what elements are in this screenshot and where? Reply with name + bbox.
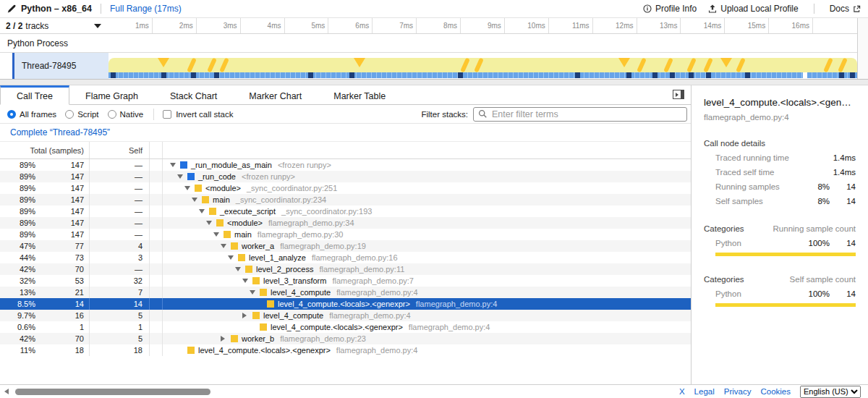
expand-arrow-open-icon[interactable]	[177, 174, 187, 179]
app-header: Python – x86_64 Full Range (17ms) Profil…	[0, 0, 868, 18]
cell-total-percent: 89%	[0, 182, 39, 194]
expand-arrow-open-icon[interactable]	[213, 232, 224, 237]
full-range-link[interactable]: Full Range (17ms)	[110, 4, 182, 14]
function-name: level_1_analyze	[249, 253, 306, 262]
footer-link-legal[interactable]: Legal	[694, 387, 715, 396]
expand-arrow-open-icon[interactable]	[199, 209, 209, 213]
yellow-category-square-icon	[252, 312, 260, 319]
radio-all-frames[interactable]: All frames	[7, 110, 56, 119]
cell-spacer	[150, 206, 163, 217]
expand-arrow-open-icon[interactable]	[250, 290, 260, 295]
table-row[interactable]: 44%733level_1_analyzeflamegraph_demo.py:…	[0, 252, 691, 263]
edit-profile-name-icon[interactable]	[7, 4, 16, 13]
expand-arrow-open-icon[interactable]	[184, 186, 195, 190]
marker-slash-icon	[460, 58, 470, 73]
upload-profile-button[interactable]: Upload Local Profile	[708, 4, 798, 14]
tab-flame-graph[interactable]: Flame Graph	[69, 85, 154, 104]
cell-total-samples: 147	[39, 206, 90, 217]
table-row[interactable]: 42%705worker_bflamegraph_demo.py:23	[0, 333, 691, 344]
scroll-left-icon[interactable]	[4, 389, 9, 394]
language-select[interactable]: English (US)	[800, 386, 861, 398]
timeline-ruler: 1ms2ms3ms4ms5ms6ms7ms8ms9ms10ms11ms12ms1…	[109, 18, 857, 33]
cell-spacer	[150, 194, 163, 206]
tab-stack-chart[interactable]: Stack Chart	[154, 85, 233, 104]
column-header-self[interactable]: Self	[90, 142, 150, 158]
footer-link-x[interactable]: X	[679, 387, 685, 396]
upload-icon	[708, 4, 717, 13]
table-row[interactable]: 89%147—mainflamegraph_demo.py:30	[0, 229, 691, 240]
timeline-right-scroll-strip[interactable]	[857, 18, 868, 79]
sample-dense-segment	[575, 72, 580, 78]
invert-call-stack-checkbox[interactable]: Invert call stack	[163, 110, 233, 119]
cell-spacer	[150, 344, 163, 356]
function-name: main	[234, 230, 252, 239]
function-name: _run_module_as_main	[191, 161, 272, 169]
function-location: flamegraph_demo.py:4	[336, 288, 418, 297]
table-row[interactable]: 89%147—main_sync_coordinator.py:234	[0, 194, 691, 206]
ruler-tick: 12ms	[593, 18, 637, 33]
function-name: level_4_compute.<locals>.<genexpr>	[198, 346, 331, 355]
function-name: <module>	[227, 219, 263, 227]
table-row[interactable]: 89%147—_run_code<frozen runpy>	[0, 171, 691, 182]
horizontal-scrollbar-thumb[interactable]	[15, 389, 210, 395]
cell-total-samples: 147	[39, 194, 90, 206]
table-row[interactable]: 11%1818level_4_compute.<locals>.<genexpr…	[0, 344, 691, 356]
tracks-dropdown[interactable]: 2 / 2 tracks	[0, 18, 109, 33]
cell-spacer	[150, 275, 163, 287]
filter-input[interactable]	[490, 109, 682, 120]
expand-arrow-open-icon[interactable]	[206, 221, 216, 225]
table-row[interactable]: 89%147—_execute_script_sync_coordinator.…	[0, 206, 691, 217]
table-row[interactable]: 13%217level_4_computeflamegraph_demo.py:…	[0, 287, 691, 298]
radio-script[interactable]: Script	[65, 110, 98, 119]
expand-arrow-open-icon[interactable]	[192, 198, 202, 202]
yellow-category-square-icon	[245, 266, 252, 273]
table-row[interactable]: 89%147—<module>_sync_coordinator.py:251	[0, 182, 691, 194]
cell-total-samples: 1	[39, 321, 90, 333]
docs-button[interactable]: Docs	[830, 4, 861, 14]
ruler-tick: 7ms	[373, 18, 417, 33]
expand-arrow-open-icon[interactable]	[170, 163, 180, 167]
cell-function: level_4_compute.<locals>.<genexpr>flameg…	[163, 321, 691, 333]
thread-track-graph[interactable]	[109, 53, 857, 79]
table-row[interactable]: 0.6%11level_4_compute.<locals>.<genexpr>…	[0, 321, 691, 333]
footer: XLegalPrivacyCookies English (US)	[0, 384, 868, 398]
category-percent: 100%	[798, 289, 830, 298]
table-row[interactable]: 32%5332level_3_transformflamegraph_demo.…	[0, 275, 691, 287]
cell-total-percent: 89%	[0, 194, 39, 206]
cell-function: level_4_compute.<locals>.<genexpr>flameg…	[163, 344, 691, 356]
table-row[interactable]: 42%70—level_2_processflamegraph_demo.py:…	[0, 263, 691, 275]
table-row[interactable]: 47%774worker_aflamegraph_demo.py:19	[0, 240, 691, 252]
expand-arrow-open-icon[interactable]	[221, 244, 231, 248]
expand-arrow-closed-icon[interactable]	[242, 313, 252, 318]
profile-info-button[interactable]: Profile Info	[643, 4, 697, 14]
tab-marker-table[interactable]: Marker Table	[318, 85, 401, 104]
function-name: worker_b	[242, 334, 274, 343]
column-header-total[interactable]: Total (samples)	[0, 142, 90, 158]
footer-link-cookies[interactable]: Cookies	[760, 387, 791, 396]
ruler-tick: 1ms	[109, 18, 153, 33]
expand-arrow-closed-icon[interactable]	[221, 336, 231, 342]
footer-link-privacy[interactable]: Privacy	[724, 387, 752, 396]
sample-dense-segment	[839, 72, 844, 78]
category-header-right: Self sample count	[790, 275, 856, 284]
breadcrumb[interactable]: Complete “Thread-78495”	[10, 127, 110, 137]
radio-icon	[7, 110, 16, 119]
expand-arrow-open-icon[interactable]	[228, 255, 238, 260]
process-track-header[interactable]: Python Process	[0, 34, 857, 53]
table-row[interactable]: 89%147—<module>flamegraph_demo.py:34	[0, 217, 691, 229]
sidebar-toggle-button[interactable]	[673, 90, 684, 99]
table-row[interactable]: 9.7%165level_4_computeflamegraph_demo.py…	[0, 310, 691, 321]
expand-arrow-open-icon[interactable]	[242, 279, 252, 283]
cell-self: —	[90, 229, 150, 240]
table-row[interactable]: 8.5%1414level_4_compute.<locals>.<genexp…	[0, 298, 691, 310]
thread-track-label[interactable]: Thread-78495	[14, 53, 109, 79]
panel-open-icon	[676, 93, 678, 97]
table-row[interactable]: 89%147—_run_module_as_main<frozen runpy>	[0, 159, 691, 171]
tab-call-tree[interactable]: Call Tree	[0, 85, 69, 105]
radio-native[interactable]: Native	[108, 110, 144, 119]
expand-arrow-open-icon[interactable]	[235, 267, 245, 271]
cell-total-samples: 73	[39, 252, 90, 263]
tab-marker-chart[interactable]: Marker Chart	[233, 85, 318, 104]
cell-self: 7	[90, 287, 150, 298]
metric-percent: 8%	[798, 182, 830, 191]
